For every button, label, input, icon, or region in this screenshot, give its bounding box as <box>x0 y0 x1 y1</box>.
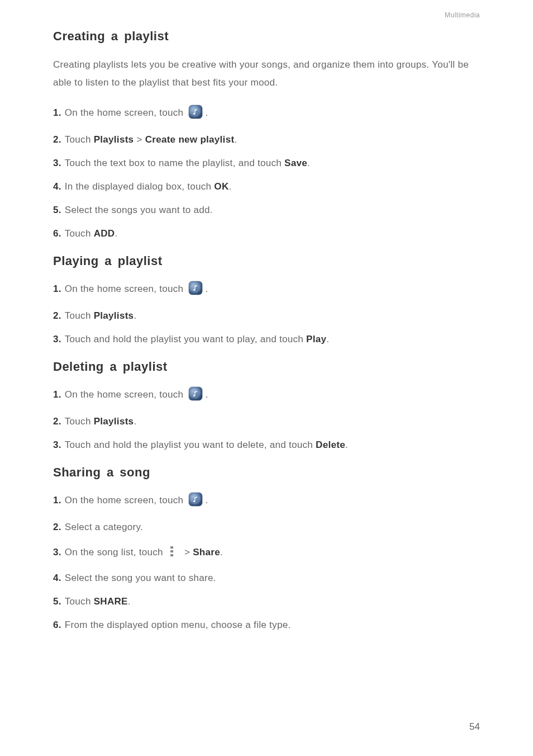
section-heading: Creating a playlist <box>53 29 480 44</box>
step-text: On the home screen, touch <box>65 495 187 506</box>
step-text: On the home screen, touch <box>65 389 187 400</box>
step-number: 1. <box>53 495 61 506</box>
section-intro: Creating playlists lets you be creative … <box>53 56 480 92</box>
step-bold-text: OK <box>214 181 229 192</box>
step-text: Touch and hold the playlist you want to … <box>65 440 316 451</box>
music-app-icon <box>188 492 203 509</box>
step-item: 4.In the displayed dialog box, touch OK. <box>53 181 480 192</box>
step-number: 1. <box>53 389 61 400</box>
step-text: > <box>134 134 145 145</box>
step-bold-text: SHARE <box>94 596 128 607</box>
music-app-icon <box>188 105 203 119</box>
step-number: 6. <box>53 228 61 239</box>
step-text: . <box>115 228 117 239</box>
svg-rect-17 <box>170 550 173 552</box>
step-text: In the displayed dialog box, touch <box>65 181 215 192</box>
page-number: 54 <box>469 721 480 733</box>
step-text: Touch the text box to name the playlist,… <box>65 158 284 169</box>
section: Playing a playlist1.On the home screen, … <box>53 254 480 345</box>
step-number: 1. <box>53 284 61 295</box>
step-number: 1. <box>53 107 61 119</box>
overflow-menu-icon <box>170 545 177 560</box>
step-text: Select the song you want to share. <box>65 573 216 584</box>
step-text: On the song list, touch <box>65 547 166 558</box>
overflow-menu-icon <box>170 545 174 557</box>
step-text: . <box>205 284 208 295</box>
step-text: On the home screen, touch <box>65 107 187 119</box>
step-text: . <box>205 389 208 400</box>
step-bold-text: ADD <box>94 228 115 239</box>
step-text: . <box>128 596 131 607</box>
svg-point-7 <box>193 289 195 290</box>
step-text: Select the songs you want to add. <box>65 205 213 216</box>
step-text: . <box>205 107 208 119</box>
step-text: . <box>229 181 231 192</box>
step-text: . <box>234 134 237 145</box>
section-heading: Sharing a song <box>53 465 480 480</box>
svg-point-11 <box>193 395 195 396</box>
page-content: Multimedia Creating a playlistCreating p… <box>0 0 533 631</box>
svg-point-3 <box>193 113 195 114</box>
step-bold-text: Playlists <box>94 134 134 145</box>
step-number: 2. <box>53 522 61 533</box>
step-item: 1.On the home screen, touch . <box>53 281 480 298</box>
section-heading: Playing a playlist <box>53 254 480 268</box>
music-app-icon <box>188 281 203 295</box>
step-bold-text: Delete <box>316 440 345 451</box>
step-text: Touch <box>65 310 94 322</box>
step-bold-text: Save <box>284 158 307 169</box>
step-text: Touch <box>65 416 94 427</box>
step-number: 5. <box>53 205 61 216</box>
step-text: . <box>307 158 310 169</box>
svg-point-15 <box>193 500 195 502</box>
step-number: 4. <box>53 573 61 584</box>
header-category: Multimedia <box>53 11 480 19</box>
step-text: . <box>205 495 208 506</box>
step-number: 3. <box>53 158 61 169</box>
step-item: 1.On the home screen, touch . <box>53 105 480 122</box>
section: Creating a playlistCreating playlists le… <box>53 29 480 239</box>
step-bold-text: Create new playlist <box>145 134 235 145</box>
step-text: Touch <box>65 596 94 607</box>
step-item: 3.Touch and hold the playlist you want t… <box>53 440 480 451</box>
step-bold-text: Playlists <box>94 416 134 427</box>
step-number: 6. <box>53 620 61 631</box>
section: Deleting a playlist1.On the home screen,… <box>53 360 480 451</box>
step-text: . <box>326 334 329 345</box>
step-item: 5.Touch SHARE. <box>53 596 480 607</box>
step-item: 2.Touch Playlists. <box>53 310 480 322</box>
step-item: 3.Touch and hold the playlist you want t… <box>53 334 480 345</box>
step-bold-text: Playlists <box>94 310 134 322</box>
step-item: 3.On the song list, touch > Share. <box>53 545 480 560</box>
step-item: 4.Select the song you want to share. <box>53 573 480 584</box>
step-text: . <box>345 440 348 451</box>
step-text: > <box>182 547 193 558</box>
step-text: Touch and hold the playlist you want to … <box>65 334 306 345</box>
music-app-icon <box>188 105 203 122</box>
step-item: 2.Select a category. <box>53 522 480 533</box>
music-app-icon <box>188 492 203 507</box>
step-item: 5.Select the songs you want to add. <box>53 205 480 216</box>
section: Sharing a song1.On the home screen, touc… <box>53 465 480 631</box>
music-app-icon <box>188 386 203 401</box>
step-text: Select a category. <box>65 522 143 533</box>
music-app-icon <box>188 386 203 404</box>
step-text: . <box>134 310 136 322</box>
step-number: 3. <box>53 440 61 451</box>
step-number: 2. <box>53 310 61 322</box>
music-app-icon <box>188 281 203 298</box>
step-text: On the home screen, touch <box>65 284 187 295</box>
step-item: 3.Touch the text box to name the playlis… <box>53 158 480 169</box>
step-number: 2. <box>53 134 61 145</box>
step-text: . <box>134 416 136 427</box>
step-item: 6.Touch ADD. <box>53 228 480 239</box>
step-bold-text: Play <box>306 334 326 345</box>
step-number: 3. <box>53 547 61 558</box>
svg-rect-16 <box>170 546 173 549</box>
step-number: 3. <box>53 334 61 345</box>
step-text: From the displayed option menu, choose a… <box>65 620 291 631</box>
section-heading: Deleting a playlist <box>53 360 480 374</box>
step-number: 4. <box>53 181 61 192</box>
step-number: 2. <box>53 416 61 427</box>
step-item: 1.On the home screen, touch . <box>53 386 480 404</box>
